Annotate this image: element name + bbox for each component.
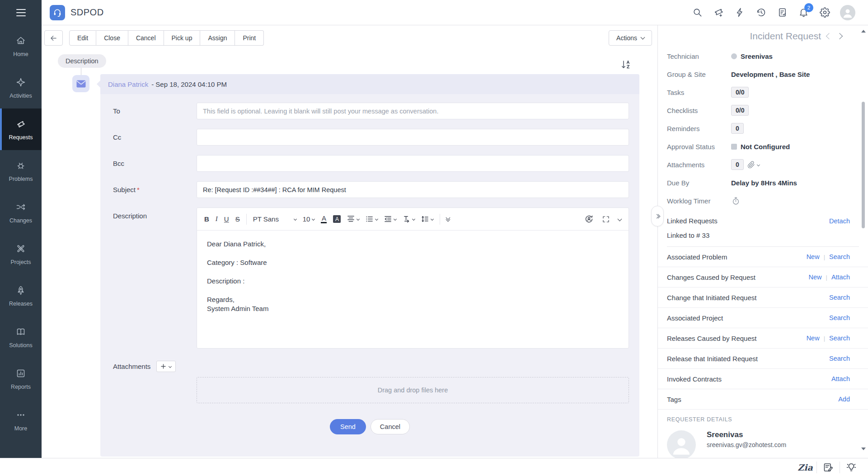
- sidebar-item-more[interactable]: More: [0, 400, 42, 441]
- add-link[interactable]: Add: [838, 396, 850, 403]
- pickup-button[interactable]: Pick up: [164, 30, 201, 46]
- search-link[interactable]: Search: [829, 335, 850, 342]
- new-link[interactable]: New: [807, 335, 820, 342]
- zia-icon[interactable]: Zia: [794, 458, 816, 476]
- reply-compose-card: Diana Patrick - Sep 18, 2024 04:10 PM To…: [100, 74, 639, 457]
- file-dropzone[interactable]: Drag and drop files here: [197, 377, 629, 403]
- checklists-count-badge[interactable]: 0/0: [731, 105, 749, 116]
- sidebar-item-requests[interactable]: Requests: [0, 108, 42, 150]
- sender-link[interactable]: Diana Patrick: [108, 80, 148, 88]
- previous-request-icon[interactable]: [827, 34, 831, 38]
- next-request-icon[interactable]: [837, 34, 842, 38]
- sidebar-item-reports[interactable]: Reports: [0, 358, 42, 400]
- tasks-count-badge[interactable]: 0/0: [731, 87, 749, 98]
- suggestions-icon[interactable]: [840, 458, 863, 476]
- edit-button[interactable]: Edit: [69, 30, 96, 46]
- font-color-button[interactable]: A: [321, 215, 327, 223]
- sidebar-item-changes[interactable]: Changes: [0, 192, 42, 233]
- description-tab[interactable]: Description: [58, 54, 106, 68]
- add-attachment-button[interactable]: [156, 361, 176, 372]
- user-avatar[interactable]: [840, 5, 855, 20]
- history-icon[interactable]: [755, 7, 767, 19]
- close-button[interactable]: Close: [96, 30, 128, 46]
- line-spacing-dropdown[interactable]: [421, 215, 433, 223]
- collapse-toolbar-icon[interactable]: [618, 217, 622, 222]
- highlight-color-button[interactable]: A: [333, 215, 341, 223]
- scrollbar-up-arrow[interactable]: [861, 30, 866, 33]
- request-type-title: Incident Request: [750, 31, 821, 42]
- reminders-count-badge[interactable]: 0: [731, 123, 744, 134]
- strikethrough-button[interactable]: S: [235, 215, 240, 223]
- cc-input[interactable]: [197, 129, 629, 146]
- new-link[interactable]: New: [808, 273, 821, 281]
- associated-problem-row: Associated Problem New|Search: [658, 247, 868, 267]
- actions-dropdown-button[interactable]: Actions: [609, 30, 652, 46]
- sidebar-item-solutions[interactable]: Solutions: [0, 316, 42, 358]
- search-link[interactable]: Search: [829, 294, 850, 301]
- send-button[interactable]: Send: [330, 419, 366, 434]
- collapse-panel-button[interactable]: [651, 206, 664, 226]
- create-request-icon[interactable]: [713, 7, 724, 19]
- associated-project-row: Associated Project Search: [658, 308, 868, 328]
- italic-button[interactable]: I: [216, 215, 218, 223]
- thread-connector: [81, 68, 81, 75]
- font-size-dropdown[interactable]: 10: [303, 215, 315, 223]
- font-family-dropdown[interactable]: PT Sans: [253, 215, 296, 223]
- sidebar-item-projects[interactable]: Projects: [0, 233, 42, 275]
- scrollbar-thumb[interactable]: [862, 102, 865, 228]
- body-line: Description :: [207, 277, 619, 285]
- sidebar-item-home[interactable]: Home: [0, 25, 42, 67]
- attach-link[interactable]: Attach: [831, 375, 850, 382]
- new-link[interactable]: New: [807, 253, 820, 260]
- editor-body[interactable]: Dear Diana Patrick, Category : Software …: [197, 231, 629, 348]
- request-toolbar: Edit Close Cancel Pick up Assign Print A…: [42, 25, 657, 51]
- back-button[interactable]: [44, 30, 63, 46]
- to-input[interactable]: [197, 103, 629, 119]
- underline-button[interactable]: U: [224, 215, 229, 223]
- sidebar-item-activities[interactable]: Activities: [0, 67, 42, 108]
- attach-link[interactable]: Attach: [831, 273, 850, 281]
- sidebar-item-label: Requests: [9, 134, 33, 141]
- cancel-button[interactable]: Cancel: [371, 419, 410, 434]
- detail-row-technician: Technician Sreenivas: [658, 47, 868, 65]
- print-button[interactable]: Print: [235, 30, 264, 46]
- sidebar-item-problems[interactable]: Problems: [0, 150, 42, 192]
- solutions-icon: [15, 326, 26, 339]
- survey-icon[interactable]: [776, 7, 788, 19]
- more-tools-icon[interactable]: [446, 217, 450, 221]
- insert-canned-response-icon[interactable]: [584, 214, 594, 224]
- brand[interactable]: SDPOD: [50, 5, 104, 20]
- bcc-label: Bcc: [113, 160, 197, 167]
- bcc-input[interactable]: [197, 155, 629, 172]
- search-link[interactable]: Search: [829, 314, 850, 321]
- detach-link[interactable]: Detach: [829, 217, 850, 225]
- requests-icon: [15, 118, 26, 131]
- list-dropdown[interactable]: [366, 215, 378, 223]
- settings-icon[interactable]: [819, 7, 830, 19]
- attach-file-control[interactable]: [747, 161, 760, 169]
- search-link[interactable]: Search: [829, 355, 850, 362]
- search-icon[interactable]: [691, 7, 703, 19]
- search-link[interactable]: Search: [829, 253, 850, 260]
- indent-dropdown[interactable]: [384, 215, 396, 223]
- notification-count-badge: 2: [804, 3, 813, 12]
- assign-button[interactable]: Assign: [200, 30, 235, 46]
- cancel-request-button[interactable]: Cancel: [128, 30, 164, 46]
- required-asterisk: *: [137, 186, 140, 193]
- bold-button[interactable]: B: [204, 215, 209, 223]
- notifications-icon[interactable]: 2: [798, 7, 809, 19]
- text-direction-dropdown[interactable]: [403, 215, 415, 223]
- quick-actions-icon[interactable]: [734, 7, 746, 19]
- scrollbar-down-arrow[interactable]: [861, 448, 866, 450]
- sidebar-item-releases[interactable]: Releases: [0, 275, 42, 316]
- attachments-count-badge[interactable]: 0: [731, 159, 744, 170]
- hamburger-menu-button[interactable]: [0, 0, 42, 25]
- footer-bar: Zia: [0, 458, 868, 476]
- detail-row-reminders: Reminders 0: [658, 119, 868, 137]
- align-dropdown[interactable]: [347, 215, 359, 223]
- worklog-timer-icon[interactable]: [731, 196, 741, 206]
- sort-conversations-icon[interactable]: [620, 59, 632, 71]
- release-notes-icon[interactable]: [817, 458, 840, 476]
- subject-input[interactable]: [197, 181, 629, 198]
- fullscreen-icon[interactable]: [602, 215, 610, 223]
